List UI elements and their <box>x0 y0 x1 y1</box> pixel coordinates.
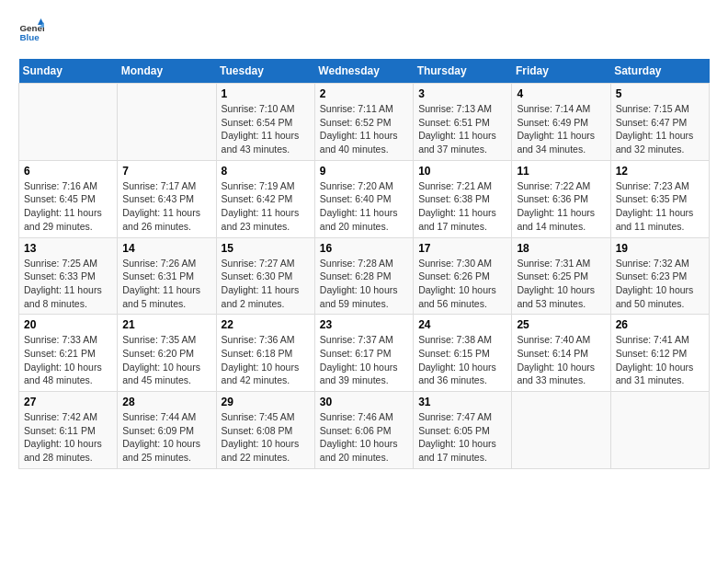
calendar-cell: 14Sunrise: 7:26 AM Sunset: 6:31 PM Dayli… <box>118 237 216 315</box>
cell-content: Sunrise: 7:22 AM Sunset: 6:36 PM Dayligh… <box>517 179 605 234</box>
header-thursday: Thursday <box>414 59 512 84</box>
calendar-cell: 16Sunrise: 7:28 AM Sunset: 6:28 PM Dayli… <box>314 237 413 315</box>
calendar-cell: 6Sunrise: 7:16 AM Sunset: 6:45 PM Daylig… <box>19 160 118 237</box>
day-number: 7 <box>122 165 210 178</box>
header-saturday: Saturday <box>610 59 709 84</box>
day-number: 23 <box>320 318 408 331</box>
day-number: 18 <box>517 242 605 255</box>
cell-content: Sunrise: 7:35 AM Sunset: 6:20 PM Dayligh… <box>122 333 210 387</box>
calendar-cell: 21Sunrise: 7:35 AM Sunset: 6:20 PM Dayli… <box>118 315 216 392</box>
calendar-cell: 19Sunrise: 7:32 AM Sunset: 6:23 PM Dayli… <box>610 237 709 315</box>
cell-content: Sunrise: 7:40 AM Sunset: 6:14 PM Dayligh… <box>517 333 605 387</box>
calendar-cell: 22Sunrise: 7:36 AM Sunset: 6:18 PM Dayli… <box>216 315 314 392</box>
calendar-cell: 20Sunrise: 7:33 AM Sunset: 6:21 PM Dayli… <box>19 315 118 392</box>
cell-content: Sunrise: 7:33 AM Sunset: 6:21 PM Dayligh… <box>24 333 112 387</box>
calendar-cell: 31Sunrise: 7:47 AM Sunset: 6:05 PM Dayli… <box>414 392 512 469</box>
calendar-cell: 8Sunrise: 7:19 AM Sunset: 6:42 PM Daylig… <box>216 160 314 237</box>
calendar-cell: 18Sunrise: 7:31 AM Sunset: 6:25 PM Dayli… <box>512 237 610 315</box>
day-number: 28 <box>122 396 210 408</box>
day-number: 25 <box>517 318 605 331</box>
calendar-cell: 12Sunrise: 7:23 AM Sunset: 6:35 PM Dayli… <box>610 160 709 237</box>
day-number: 20 <box>24 318 112 331</box>
day-number: 4 <box>517 87 605 100</box>
cell-content: Sunrise: 7:10 AM Sunset: 6:54 PM Dayligh… <box>222 102 310 156</box>
cell-content: Sunrise: 7:20 AM Sunset: 6:40 PM Dayligh… <box>320 179 408 234</box>
day-number: 31 <box>418 396 506 408</box>
calendar-cell: 10Sunrise: 7:21 AM Sunset: 6:38 PM Dayli… <box>414 160 512 237</box>
calendar-cell: 28Sunrise: 7:44 AM Sunset: 6:09 PM Dayli… <box>118 392 216 469</box>
cell-content: Sunrise: 7:37 AM Sunset: 6:17 PM Dayligh… <box>320 333 408 387</box>
calendar-week-row: 6Sunrise: 7:16 AM Sunset: 6:45 PM Daylig… <box>19 160 710 237</box>
page-header: General Blue <box>18 18 710 44</box>
calendar-cell: 25Sunrise: 7:40 AM Sunset: 6:14 PM Dayli… <box>512 315 610 392</box>
calendar-header-row: SundayMondayTuesdayWednesdayThursdayFrid… <box>19 59 710 84</box>
cell-content: Sunrise: 7:45 AM Sunset: 6:08 PM Dayligh… <box>222 410 310 465</box>
day-number: 11 <box>517 165 605 178</box>
cell-content: Sunrise: 7:11 AM Sunset: 6:52 PM Dayligh… <box>320 102 408 156</box>
header-wednesday: Wednesday <box>314 59 413 84</box>
calendar-cell: 1Sunrise: 7:10 AM Sunset: 6:54 PM Daylig… <box>216 84 314 161</box>
calendar-cell: 3Sunrise: 7:13 AM Sunset: 6:51 PM Daylig… <box>414 84 512 161</box>
cell-content: Sunrise: 7:30 AM Sunset: 6:26 PM Dayligh… <box>418 257 506 311</box>
cell-content: Sunrise: 7:14 AM Sunset: 6:49 PM Dayligh… <box>517 102 605 156</box>
svg-text:Blue: Blue <box>19 32 40 42</box>
day-number: 6 <box>24 165 112 178</box>
day-number: 14 <box>122 242 210 255</box>
calendar-cell: 4Sunrise: 7:14 AM Sunset: 6:49 PM Daylig… <box>512 84 610 161</box>
cell-content: Sunrise: 7:36 AM Sunset: 6:18 PM Dayligh… <box>222 333 310 387</box>
day-number: 1 <box>222 87 310 100</box>
calendar-cell: 23Sunrise: 7:37 AM Sunset: 6:17 PM Dayli… <box>314 315 413 392</box>
cell-content: Sunrise: 7:44 AM Sunset: 6:09 PM Dayligh… <box>122 410 210 465</box>
cell-content: Sunrise: 7:47 AM Sunset: 6:05 PM Dayligh… <box>418 410 506 465</box>
day-number: 9 <box>320 165 408 178</box>
day-number: 26 <box>616 318 704 331</box>
cell-content: Sunrise: 7:41 AM Sunset: 6:12 PM Dayligh… <box>616 333 704 387</box>
day-number: 21 <box>122 318 210 331</box>
calendar-cell: 26Sunrise: 7:41 AM Sunset: 6:12 PM Dayli… <box>610 315 709 392</box>
day-number: 5 <box>616 87 704 100</box>
cell-content: Sunrise: 7:27 AM Sunset: 6:30 PM Dayligh… <box>222 257 310 311</box>
calendar-cell: 2Sunrise: 7:11 AM Sunset: 6:52 PM Daylig… <box>314 84 413 161</box>
cell-content: Sunrise: 7:21 AM Sunset: 6:38 PM Dayligh… <box>418 179 506 234</box>
day-number: 30 <box>320 396 408 408</box>
calendar-cell: 30Sunrise: 7:46 AM Sunset: 6:06 PM Dayli… <box>314 392 413 469</box>
cell-content: Sunrise: 7:28 AM Sunset: 6:28 PM Dayligh… <box>320 257 408 311</box>
cell-content: Sunrise: 7:46 AM Sunset: 6:06 PM Dayligh… <box>320 410 408 465</box>
cell-content: Sunrise: 7:17 AM Sunset: 6:43 PM Dayligh… <box>122 179 210 234</box>
day-number: 19 <box>616 242 704 255</box>
calendar-cell: 17Sunrise: 7:30 AM Sunset: 6:26 PM Dayli… <box>414 237 512 315</box>
day-number: 12 <box>616 165 704 178</box>
cell-content: Sunrise: 7:26 AM Sunset: 6:31 PM Dayligh… <box>122 257 210 311</box>
day-number: 29 <box>222 396 310 408</box>
calendar-cell: 29Sunrise: 7:45 AM Sunset: 6:08 PM Dayli… <box>216 392 314 469</box>
cell-content: Sunrise: 7:31 AM Sunset: 6:25 PM Dayligh… <box>517 257 605 311</box>
calendar-cell: 11Sunrise: 7:22 AM Sunset: 6:36 PM Dayli… <box>512 160 610 237</box>
day-number: 10 <box>418 165 506 178</box>
cell-content: Sunrise: 7:38 AM Sunset: 6:15 PM Dayligh… <box>418 333 506 387</box>
cell-content: Sunrise: 7:32 AM Sunset: 6:23 PM Dayligh… <box>616 257 704 311</box>
day-number: 15 <box>222 242 310 255</box>
header-sunday: Sunday <box>19 59 118 84</box>
calendar-cell <box>610 392 709 469</box>
header-friday: Friday <box>512 59 610 84</box>
calendar-cell <box>118 84 216 161</box>
calendar-week-row: 20Sunrise: 7:33 AM Sunset: 6:21 PM Dayli… <box>19 315 710 392</box>
day-number: 2 <box>320 87 408 100</box>
day-number: 17 <box>418 242 506 255</box>
header-tuesday: Tuesday <box>216 59 314 84</box>
cell-content: Sunrise: 7:19 AM Sunset: 6:42 PM Dayligh… <box>222 179 310 234</box>
header-monday: Monday <box>118 59 216 84</box>
calendar-week-row: 1Sunrise: 7:10 AM Sunset: 6:54 PM Daylig… <box>19 84 710 161</box>
day-number: 16 <box>320 242 408 255</box>
cell-content: Sunrise: 7:16 AM Sunset: 6:45 PM Dayligh… <box>24 179 112 234</box>
day-number: 3 <box>418 87 506 100</box>
cell-content: Sunrise: 7:13 AM Sunset: 6:51 PM Dayligh… <box>418 102 506 156</box>
calendar-cell: 24Sunrise: 7:38 AM Sunset: 6:15 PM Dayli… <box>414 315 512 392</box>
day-number: 24 <box>418 318 506 331</box>
cell-content: Sunrise: 7:23 AM Sunset: 6:35 PM Dayligh… <box>616 179 704 234</box>
logo: General Blue <box>18 18 48 44</box>
calendar-cell <box>512 392 610 469</box>
calendar-cell: 7Sunrise: 7:17 AM Sunset: 6:43 PM Daylig… <box>118 160 216 237</box>
calendar-cell: 5Sunrise: 7:15 AM Sunset: 6:47 PM Daylig… <box>610 84 709 161</box>
calendar-cell: 9Sunrise: 7:20 AM Sunset: 6:40 PM Daylig… <box>314 160 413 237</box>
